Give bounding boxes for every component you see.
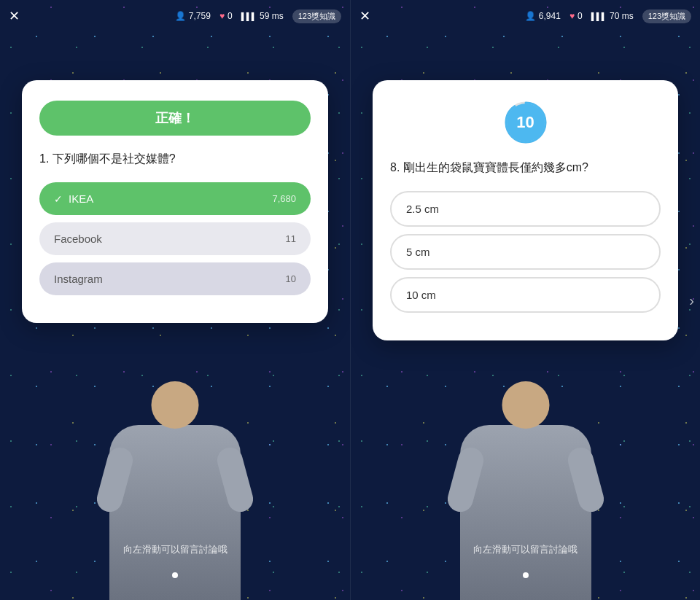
right-person-background: [351, 367, 700, 600]
right-close-button[interactable]: ✕: [359, 8, 370, 24]
answer-label-instagram: Instagram: [54, 273, 286, 285]
left-heart-count: ♥ 0: [219, 11, 233, 21]
right-page-dot: [523, 572, 529, 578]
right-person-icon: 👤: [525, 11, 536, 21]
answer-label-2-5cm: 2.5 cm: [406, 203, 645, 215]
answer-option-10cm[interactable]: 10 cm: [390, 277, 661, 313]
right-status-bar: ✕ 👤 6,941 ♥ 0 ▌▌▌ 70 ms 123獎知識: [351, 0, 700, 32]
answer-option-instagram[interactable]: Instagram 10: [39, 262, 311, 295]
person-background: [0, 367, 350, 600]
answer-label-10cm: 10 cm: [406, 289, 645, 301]
correct-badge: 正確！: [39, 101, 311, 136]
answer-label-facebook: Facebook: [54, 233, 286, 245]
right-panel: ✕ 👤 6,941 ♥ 0 ▌▌▌ 70 ms 123獎知識 ›: [350, 0, 700, 600]
left-status-bar: ✕ 👤 7,759 ♥ 0 ▌▌▌ 59 ms 123獎知識: [0, 0, 350, 32]
answer-count-ikea: 7,680: [272, 193, 296, 204]
right-user-count: 👤 6,941: [525, 11, 561, 21]
right-quiz-card: 10 8. 剛出生的袋鼠寶寶體長僅約幾多cm? 2.5 cm 5 cm 10 c…: [373, 80, 678, 340]
right-bottom-text: 向左滑動可以留言討論哦: [351, 543, 700, 556]
heart-icon: ♥: [219, 11, 225, 21]
right-signal-icon: ▌▌▌: [591, 12, 607, 20]
right-arrow-icon[interactable]: ›: [689, 292, 694, 308]
left-ping: ▌▌▌ 59 ms: [241, 11, 284, 21]
left-user-count: 👤 7,759: [175, 11, 211, 21]
left-question: 1. 下列哪個不是社交媒體?: [39, 150, 311, 168]
left-bottom-text: 向左滑動可以留言討論哦: [0, 543, 350, 556]
right-ping: ▌▌▌ 70 ms: [591, 11, 634, 21]
timer-value: 10: [516, 113, 534, 132]
answer-count-instagram: 10: [286, 273, 296, 284]
timer-container: 10: [504, 101, 548, 144]
answer-label-ikea: IKEA: [69, 192, 272, 205]
right-heart-count: ♥ 0: [569, 11, 583, 21]
right-heart-icon: ♥: [569, 11, 575, 21]
right-award-badge: 123獎知識: [642, 9, 691, 23]
answer-option-facebook[interactable]: Facebook 11: [39, 222, 311, 255]
left-quiz-card: 正確！ 1. 下列哪個不是社交媒體? ✓ IKEA 7,680 Facebook…: [22, 80, 328, 323]
left-page-dot: [172, 572, 178, 578]
person-icon: 👤: [175, 11, 186, 21]
left-panel: ✕ 👤 7,759 ♥ 0 ▌▌▌ 59 ms 123獎知識 正確！ 1.: [0, 0, 350, 600]
left-close-button[interactable]: ✕: [9, 8, 20, 24]
answer-count-facebook: 11: [286, 233, 296, 244]
answer-option-ikea[interactable]: ✓ IKEA 7,680: [39, 182, 311, 215]
answer-label-5cm: 5 cm: [406, 246, 645, 258]
check-icon: ✓: [54, 193, 63, 205]
signal-icon: ▌▌▌: [241, 12, 257, 20]
left-award-badge: 123獎知識: [292, 9, 341, 23]
right-question: 8. 剛出生的袋鼠寶寶體長僅約幾多cm?: [390, 159, 661, 176]
answer-option-2-5cm[interactable]: 2.5 cm: [390, 191, 661, 227]
answer-option-5cm[interactable]: 5 cm: [390, 234, 661, 270]
